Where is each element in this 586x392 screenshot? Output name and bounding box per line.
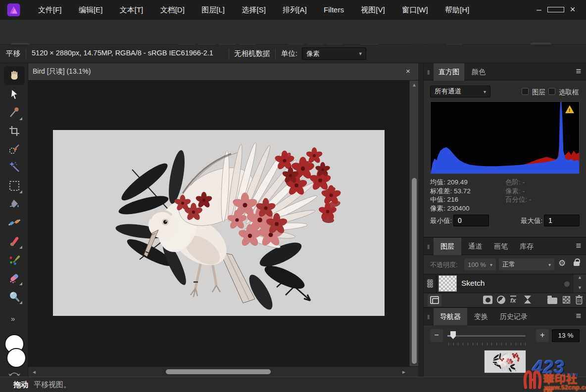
blend-chevron-icon: ▾: [548, 262, 551, 267]
scroll-left-icon[interactable]: ◄: [32, 369, 37, 375]
units-label: 单位:: [281, 49, 297, 58]
marquee-checkbox[interactable]: [548, 88, 555, 95]
tab-stock[interactable]: 库存: [515, 238, 538, 255]
channel-dropdown[interactable]: 所有通道 ▾: [430, 86, 490, 97]
tab-channels[interactable]: 通道: [463, 238, 487, 255]
channel-chevron-icon: ▾: [484, 89, 486, 94]
layers-checkbox[interactable]: [522, 88, 529, 95]
vertical-scrollbar[interactable]: ▲: [409, 81, 418, 366]
document-tab-bar: Bird [只读] (13.1%) ×: [28, 63, 418, 81]
canvas-viewport[interactable]: [28, 81, 418, 366]
color-picker-tool[interactable]: [8, 106, 21, 119]
crop-tool[interactable]: [8, 125, 21, 137]
document-tab[interactable]: Bird [只读] (13.1%): [33, 67, 91, 76]
layers-checkbox-label: 图层: [532, 88, 545, 97]
menu-select[interactable]: 选择[S]: [234, 0, 273, 20]
min-value-input[interactable]: [453, 215, 489, 226]
blend-options-gear-icon[interactable]: ⚙: [558, 258, 566, 268]
zoom-slider-thumb[interactable]: [450, 331, 456, 339]
scroll-down-icon[interactable]: ▼: [578, 285, 582, 290]
scroll-up-icon[interactable]: ▲: [412, 82, 417, 87]
paint-brush-tool[interactable]: [8, 235, 21, 248]
scroll-right-icon[interactable]: ►: [401, 369, 406, 375]
panel-grip-icon[interactable]: ‖: [427, 69, 430, 76]
maximize-button[interactable]: [547, 3, 564, 16]
panel-grip-icon[interactable]: ‖: [427, 243, 430, 251]
zoom-out-button[interactable]: −: [430, 329, 443, 342]
horizontal-scroll-thumb[interactable]: [166, 369, 271, 374]
layer-visibility-toggle[interactable]: [564, 281, 570, 287]
duplicate-layer-button[interactable]: [428, 294, 441, 306]
scroll-up-icon[interactable]: ▲: [578, 275, 582, 280]
foreground-color-swatch[interactable]: [6, 348, 26, 368]
camera-data-label: 无相机数据: [234, 49, 270, 58]
vertical-scroll-thumb[interactable]: [412, 178, 417, 364]
flood-fill-tool[interactable]: [8, 198, 21, 211]
menu-arrange[interactable]: 排列[A]: [275, 0, 314, 20]
blend-ranges-button[interactable]: [524, 295, 532, 306]
menu-file[interactable]: 文件[F]: [31, 0, 69, 20]
layer-list-scrollbar[interactable]: ▲ ▼: [574, 274, 586, 293]
group-layers-button[interactable]: [547, 295, 557, 304]
histogram-tab-bar: ‖ 直方图 颜色 ≡: [424, 63, 586, 81]
max-value-input[interactable]: [544, 215, 580, 226]
marquee-select-tool[interactable]: [8, 179, 21, 192]
menu-layer[interactable]: 图层[L]: [194, 0, 232, 20]
tab-navigator[interactable]: 导航器: [434, 308, 467, 325]
opacity-dropdown[interactable]: 100 % ▾: [464, 259, 496, 270]
selection-brush-tool[interactable]: [8, 142, 21, 155]
live-filter-button[interactable]: fx: [510, 296, 516, 305]
menu-document[interactable]: 文档[D]: [153, 0, 192, 20]
layer-row[interactable]: Sketch ▲ ▼: [424, 274, 586, 293]
marquee-checkbox-label: 选取框: [559, 88, 579, 97]
new-pixel-layer-button[interactable]: [563, 296, 570, 304]
main-toolbar: × ▾ ▾ »: [0, 20, 586, 44]
tab-histogram[interactable]: 直方图: [434, 63, 464, 81]
lock-layer-icon[interactable]: [574, 258, 580, 266]
delete-layer-button[interactable]: [575, 295, 583, 306]
erase-brush-tool[interactable]: [8, 271, 21, 284]
app-window: 文件[F] 编辑[E] 文本[T] 文档[D] 图层[L] 选择[S] 排列[A…: [0, 0, 586, 392]
pixel-value: -: [523, 187, 525, 195]
zoom-in-button[interactable]: +: [536, 329, 549, 342]
menu-filters[interactable]: Filters: [316, 0, 351, 20]
menu-help[interactable]: 帮助[H]: [438, 0, 477, 20]
tab-brushes[interactable]: 画笔: [489, 238, 513, 255]
gradient-tool[interactable]: [8, 216, 21, 229]
tab-history[interactable]: 历史记录: [495, 308, 533, 325]
menu-edit[interactable]: 编辑[E]: [71, 0, 110, 20]
pan-tool[interactable]: [8, 69, 21, 82]
navigator-thumbnail[interactable]: [484, 350, 526, 373]
blur-tool[interactable]: [8, 290, 21, 303]
move-tool[interactable]: [8, 88, 21, 101]
document-page[interactable]: [53, 130, 385, 316]
color-replacement-brush-tool[interactable]: [8, 253, 21, 266]
zoom-value-input[interactable]: 13 %: [552, 329, 580, 342]
flood-select-tool[interactable]: [8, 161, 21, 174]
panel-menu-icon[interactable]: ≡: [576, 241, 581, 251]
histogram-stats-left: 均值: 209.49 标准差: 53.72 中值: 216 像素: 230400: [430, 178, 471, 213]
tab-color[interactable]: 颜色: [467, 63, 490, 81]
zoom-slider-track[interactable]: [447, 335, 526, 337]
panel-menu-icon[interactable]: ≡: [576, 311, 581, 321]
mask-layer-button[interactable]: [483, 296, 492, 304]
status-hint: 平移视图。: [34, 380, 71, 390]
menu-window[interactable]: 窗口[W]: [394, 0, 436, 20]
menu-view[interactable]: 视图[V]: [353, 0, 392, 20]
tab-transform[interactable]: 变换: [469, 308, 493, 325]
layer-thumbnail[interactable]: [439, 275, 457, 292]
blend-mode-dropdown[interactable]: 正常 ▾: [499, 259, 554, 270]
context-toolbar: 平移 5120 × 2880px, 14.75MP, RGBA/8 - sRGB…: [0, 44, 586, 63]
horizontal-scrollbar[interactable]: ◄ ►: [28, 366, 418, 377]
close-button[interactable]: ×: [564, 3, 581, 16]
units-dropdown[interactable]: 像素 ▾: [302, 47, 366, 60]
tab-layers[interactable]: 图层: [434, 238, 461, 255]
menu-text[interactable]: 文本[T]: [112, 0, 151, 20]
panel-menu-icon[interactable]: ≡: [576, 66, 581, 77]
tools-overflow-button[interactable]: »: [11, 314, 15, 323]
layer-name[interactable]: Sketch: [461, 279, 485, 288]
minimize-button[interactable]: –: [531, 3, 547, 16]
panel-grip-icon[interactable]: ‖: [427, 313, 430, 321]
adjustment-layer-button[interactable]: [497, 296, 505, 304]
document-tab-close-icon[interactable]: ×: [406, 67, 410, 75]
